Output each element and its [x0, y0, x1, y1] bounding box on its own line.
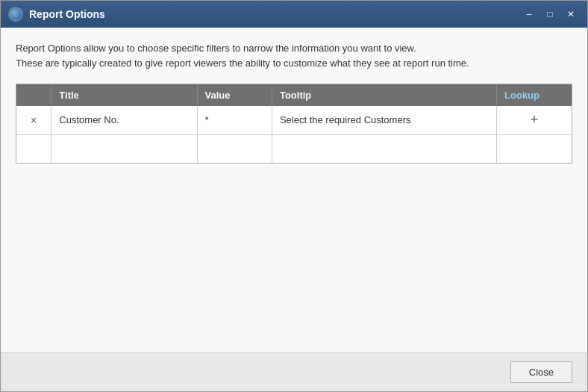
delete-icon[interactable]: × [31, 114, 37, 126]
description-line1: Report Options allow you to choose speci… [16, 43, 416, 54]
footer: Close [1, 352, 587, 391]
window-title: Report Options [29, 8, 520, 20]
description-line2: These are typically created to give repo… [16, 57, 469, 69]
maximize-button[interactable]: □ [541, 7, 559, 22]
col-header-lookup: Lookup [497, 84, 572, 106]
row2-delete-cell [16, 134, 51, 163]
row2-value-cell[interactable] [197, 134, 272, 163]
content-area: Report Options allow you to choose speci… [1, 28, 587, 352]
row1-tooltip-cell[interactable]: Select the required Customers [272, 106, 496, 134]
close-button[interactable]: Close [510, 361, 572, 383]
title-bar: Report Options – □ ✕ [1, 1, 587, 28]
row1-delete-cell: × [16, 106, 51, 134]
table-header-row: Title Value Tooltip Lookup [16, 84, 572, 106]
table-row [16, 134, 572, 163]
options-table: Title Value Tooltip Lookup × Customer No… [16, 84, 572, 163]
options-table-container: Title Value Tooltip Lookup × Customer No… [16, 84, 572, 164]
lookup-icon[interactable]: + [531, 112, 539, 127]
row2-title-cell[interactable] [51, 134, 197, 163]
row2-lookup-cell [497, 134, 572, 163]
window-controls: – □ ✕ [520, 7, 580, 22]
col-header-tooltip: Tooltip [272, 84, 496, 106]
row1-lookup-cell: + [497, 106, 572, 134]
table-row: × Customer No. * Select the required Cus… [16, 106, 572, 134]
row1-title-cell[interactable]: Customer No. [51, 106, 197, 134]
row2-tooltip-cell[interactable] [272, 134, 496, 163]
report-options-window: Report Options – □ ✕ Report Options allo… [0, 0, 588, 392]
col-header-value: Value [197, 84, 272, 106]
col-header-delete [16, 84, 51, 106]
close-window-button[interactable]: ✕ [562, 7, 580, 22]
description-text: Report Options allow you to choose speci… [16, 41, 572, 70]
row1-value-cell[interactable]: * [197, 106, 272, 134]
col-header-title: Title [51, 84, 197, 106]
app-icon [8, 7, 23, 22]
minimize-button[interactable]: – [520, 7, 538, 22]
